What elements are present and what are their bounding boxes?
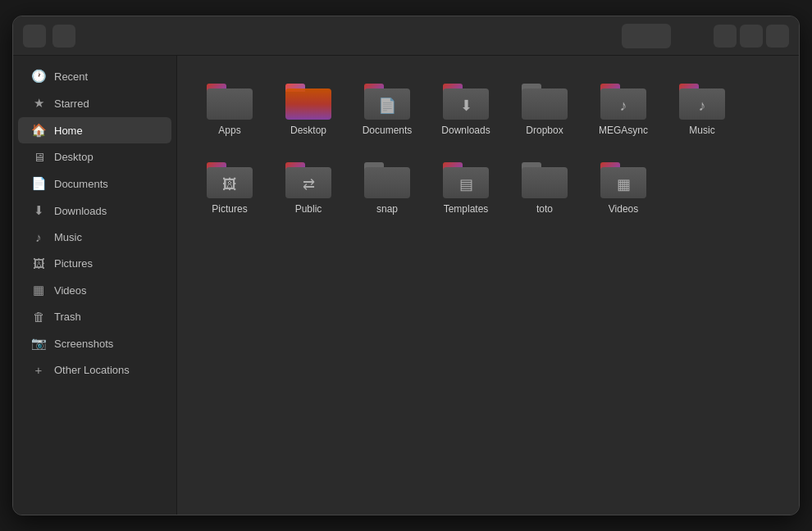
folder-label-pictures: Pictures [212,203,247,216]
sidebar-label-trash: Trash [54,311,81,323]
documents-icon: 📄 [31,176,46,191]
sidebar-label-music: Music [54,231,82,243]
folder-label-desktop: Desktop [290,125,326,138]
titlebar [13,16,799,56]
folder-body-downloads: ⬇ [443,88,489,120]
folder-body-snap [364,167,410,198]
folder-body-megasync: ♪ [600,88,646,120]
view-grid-button[interactable] [622,24,646,48]
folder-inner-icon-music: ♪ [699,98,706,115]
folder-icon-megasync: ♪ [600,80,646,120]
file-item-megasync[interactable]: ♪ MEGAsync [587,72,659,144]
file-item-desktop[interactable]: Desktop [272,72,344,144]
sidebar-label-downloads: Downloads [54,205,107,217]
folder-label-documents: Documents [363,125,413,138]
sidebar-item-documents[interactable]: 📄 Documents [18,170,171,197]
folder-inner-icon-templates: ▤ [459,175,473,193]
folder-inner-icon-videos: ▦ [617,175,631,193]
view-list-button[interactable] [676,24,700,48]
minimize-button[interactable] [714,25,737,48]
file-manager-window: 🕐 Recent★ Starred🏠 Home🖥 Desktop📄 Docume… [12,16,800,515]
sidebar-label-videos: Videos [54,284,87,297]
folder-body-toto [522,167,568,198]
folder-label-snap: snap [376,203,398,216]
sidebar-item-music[interactable]: ♪ Music [18,225,171,250]
sidebar-item-pictures[interactable]: 🖼 Pictures [18,251,171,276]
folder-icon-templates: ▤ [443,159,489,198]
folder-icon-documents: 📄 [364,80,410,120]
folder-inner-icon-pictures: 🖼 [222,176,237,193]
folder-body-dropbox [522,88,568,120]
folder-body-templates: ▤ [443,167,489,198]
folder-inner-icon-public: ⇄ [303,175,315,193]
close-button[interactable] [766,25,789,48]
folder-body-pictures: 🖼 [207,167,253,198]
screenshots-icon: 📷 [31,336,46,351]
maximize-button[interactable] [740,25,763,48]
sidebar-label-pictures: Pictures [54,257,93,270]
desktop-icon: 🖥 [31,150,46,164]
recent-icon: 🕐 [31,69,46,84]
sidebar-label-home: Home [54,125,83,137]
file-item-music[interactable]: ♪ Music [666,72,738,144]
folder-icon-apps [207,80,253,120]
sidebar: 🕐 Recent★ Starred🏠 Home🖥 Desktop📄 Docume… [13,56,177,515]
folder-inner-icon-documents: 📄 [378,97,396,115]
file-item-documents[interactable]: 📄 Documents [351,72,423,144]
file-item-downloads[interactable]: ⬇ Downloads [430,72,502,144]
file-item-public[interactable]: ⇄ Public [272,151,344,223]
folder-label-templates: Templates [444,203,489,216]
folder-icon-desktop [285,80,331,120]
folder-label-downloads: Downloads [441,125,490,138]
file-item-videos[interactable]: ▦ Videos [587,151,659,223]
home-icon: 🏠 [31,123,46,138]
folder-icon-videos: ▦ [600,159,646,198]
view-dropdown-button[interactable] [646,24,671,48]
file-item-dropbox[interactable]: Dropbox [509,72,581,144]
folder-body-music: ♪ [679,88,725,120]
folder-label-videos: Videos [609,203,638,216]
main-content: 🕐 Recent★ Starred🏠 Home🖥 Desktop📄 Docume… [13,56,799,515]
sidebar-label-screenshots: Screenshots [54,338,113,350]
folder-icon-pictures: 🖼 [207,159,253,198]
folder-inner-icon-downloads: ⬇ [460,97,472,115]
folder-body-apps [207,88,253,120]
file-item-templates[interactable]: ▤ Templates [430,151,502,223]
sidebar-item-recent[interactable]: 🕐 Recent [18,63,171,89]
other-locations-icon: + [31,363,46,377]
sidebar-item-home[interactable]: 🏠 Home [18,117,171,143]
sidebar-label-desktop: Desktop [54,151,94,163]
sidebar-item-screenshots[interactable]: 📷 Screenshots [18,330,171,356]
folder-label-public: Public [295,203,322,216]
pictures-icon: 🖼 [31,256,46,270]
trash-icon: 🗑 [31,310,46,324]
sidebar-item-desktop[interactable]: 🖥 Desktop [18,144,171,170]
folder-label-music: Music [689,125,714,138]
file-item-apps[interactable]: Apps [194,72,266,144]
sidebar-item-trash[interactable]: 🗑 Trash [18,304,171,329]
file-grid: Apps Desktop 📄 Documents ⬇ Downloads [194,72,782,222]
sidebar-item-videos[interactable]: ▦ Videos [18,277,171,303]
menu-button[interactable] [563,24,587,48]
music-icon: ♪ [31,230,46,244]
sidebar-item-starred[interactable]: ★ Starred [18,90,171,116]
titlebar-actions [563,24,700,48]
file-item-pictures[interactable]: 🖼 Pictures [194,151,266,223]
sidebar-item-other-locations[interactable]: + Other Locations [18,357,171,383]
folder-label-apps: Apps [218,125,240,138]
videos-icon: ▦ [31,283,46,297]
file-item-snap[interactable]: snap [351,151,423,223]
folder-body-desktop [285,88,331,120]
folder-label-toto: toto [536,203,553,216]
forward-button[interactable] [52,25,75,48]
back-button[interactable] [23,25,46,48]
sidebar-label-other-locations: Other Locations [54,364,130,376]
search-button[interactable] [592,24,617,48]
folder-icon-music: ♪ [679,80,725,120]
sidebar-item-downloads[interactable]: ⬇ Downloads [18,197,171,224]
folder-body-documents: 📄 [364,88,410,120]
file-area[interactable]: Apps Desktop 📄 Documents ⬇ Downloads [177,56,799,515]
folder-icon-snap [364,159,410,198]
folder-body-videos: ▦ [600,167,646,198]
file-item-toto[interactable]: toto [509,151,581,223]
